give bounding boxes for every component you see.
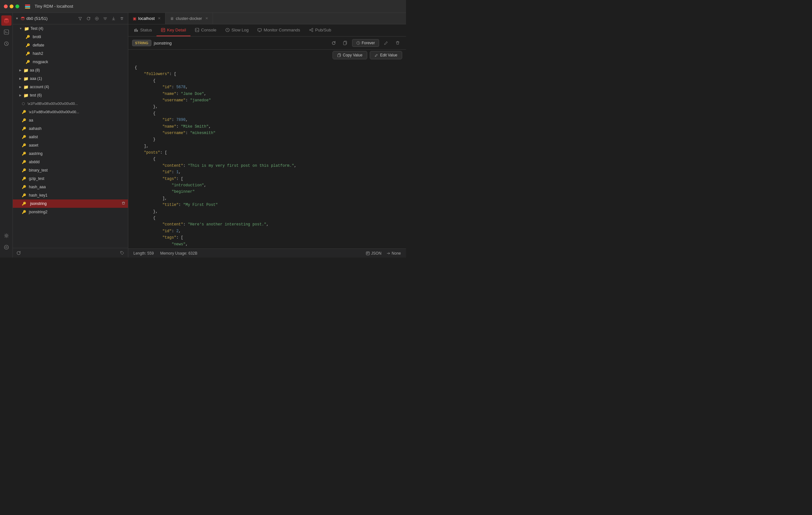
tree-item[interactable]: ▶ 📁 account (4) [13, 83, 128, 91]
sort-btn[interactable] [102, 15, 109, 22]
decode-btn[interactable]: None [386, 251, 401, 256]
sidebar-terminal-btn[interactable] [1, 27, 11, 37]
key-name-display: jsonstring [154, 41, 326, 46]
tree-item[interactable]: 🔑 hash2 [13, 49, 128, 58]
svg-rect-26 [338, 54, 340, 57]
trash-small-icon [121, 201, 125, 205]
tree-item-label: abddd [29, 160, 39, 164]
subtab-pub-sub[interactable]: Pub/Sub [304, 24, 336, 36]
tree-item[interactable]: 🔑 binary_test [13, 166, 128, 174]
sidebar-database-btn[interactable] [1, 16, 11, 26]
edit-value-btn[interactable]: Edit Value [370, 51, 402, 59]
svg-point-7 [4, 245, 8, 250]
refresh-btn[interactable] [85, 15, 92, 22]
reload-tree-btn[interactable] [16, 250, 22, 256]
tree-item[interactable]: 🔑 aahash [13, 124, 128, 133]
tree-item[interactable]: 🔑 deflate [13, 41, 128, 49]
tree-item-selected[interactable]: 🔑 jsonstring [13, 199, 128, 208]
filter-btn[interactable] [77, 15, 84, 22]
subtab-label: Status [140, 28, 152, 32]
console-icon [195, 28, 199, 32]
type-badge: STRING [132, 40, 151, 46]
svg-rect-13 [136, 29, 137, 32]
json-viewer[interactable]: { "followers": [ { "id": 5678, "name": "… [128, 61, 406, 249]
refresh-key-btn[interactable] [329, 38, 338, 48]
subtab-console[interactable]: Console [191, 24, 221, 36]
edit-key-btn[interactable] [382, 38, 390, 48]
sidebar-settings-btn[interactable] [1, 231, 11, 241]
tree-item[interactable]: ▶ 📁 aa (8) [13, 66, 128, 75]
database-icon [3, 18, 9, 23]
decode-label: None [392, 251, 401, 256]
sidebar-history-btn[interactable] [1, 38, 11, 49]
tab-cluster-docker[interactable]: 🖥 cluster-docker ✕ [166, 13, 213, 24]
tab-localhost[interactable]: ▣ localhost ✕ [128, 13, 166, 24]
json-line: "id": 5678, [135, 84, 400, 90]
minimize-button[interactable] [10, 4, 13, 8]
json-line: { [135, 78, 400, 84]
tree-item[interactable]: 🔑 abddd [13, 158, 128, 166]
tab-close-btn[interactable]: ✕ [205, 16, 208, 21]
subtab-slow-log[interactable]: Slow Log [221, 24, 253, 36]
delete-key-btn[interactable] [121, 201, 125, 206]
sidebar-github-btn[interactable] [1, 242, 11, 252]
tree-item[interactable]: 🔑 aaset [13, 141, 128, 149]
localhost-tab-icon: ▣ [133, 16, 136, 21]
tree-item-label: Test (4) [30, 26, 43, 31]
filter-icon [78, 17, 82, 21]
tree-item-label: hash_aaa [29, 185, 46, 189]
tree-scroll[interactable]: ▼ 📁 Test (4) 🔑 brotli 🔑 deflate 🔑 hash2 [13, 24, 128, 248]
trash-icon [120, 17, 124, 21]
format-btn[interactable]: JSON [366, 251, 381, 256]
add-key-btn[interactable] [93, 15, 100, 22]
tree-item-label: gzip_test [29, 176, 44, 181]
tree-item[interactable]: 🔑 \x1F\x8B\x08\x00\x00\x00\x00... [13, 108, 128, 116]
tree-item-label: deflate [33, 43, 44, 48]
tree-item[interactable]: ▼ 📁 Test (4) [13, 24, 128, 33]
close-button[interactable] [4, 4, 8, 8]
tab-close-btn[interactable]: ✕ [158, 16, 161, 21]
tag-btn[interactable] [119, 250, 125, 256]
folder-icon: 📁 [24, 26, 29, 31]
tree-item[interactable]: 🔑 msgpack [13, 58, 128, 66]
svg-rect-18 [258, 29, 261, 31]
tree-item-label: aalist [29, 135, 38, 139]
json-line: "title": "My First Post" [135, 202, 400, 208]
subtab-status[interactable]: Status [129, 24, 156, 36]
decode-icon [386, 251, 390, 255]
tree-item[interactable]: 🔑 hash_key1 [13, 191, 128, 199]
tree-item[interactable]: 🔑 aa [13, 116, 128, 124]
tree-item[interactable]: 🔑 hash_aaa [13, 183, 128, 191]
db-icon [21, 16, 25, 21]
subtab-monitor-commands[interactable]: Monitor Commands [253, 24, 304, 36]
format-label: JSON [371, 251, 381, 256]
tree-item[interactable]: ⬡ \x1F\x8B\x08\x00\x00\x00\x00... [13, 99, 128, 108]
tree-item[interactable]: ▶ 📁 test (6) [13, 91, 128, 99]
titlebar: Tiny RDM - localhost [0, 0, 406, 13]
import-btn[interactable] [110, 15, 117, 22]
tree-item[interactable]: 🔑 aalist [13, 133, 128, 141]
reload-icon [17, 251, 21, 255]
tree-item[interactable]: 🔑 brotli [13, 33, 128, 41]
delete-db-btn[interactable] [118, 15, 125, 22]
db-expand-icon[interactable]: ▼ [16, 17, 19, 20]
subtab-key-detail[interactable]: Key Detail [156, 24, 191, 36]
maximize-button[interactable] [16, 4, 19, 8]
copy-value-label: Copy Value [343, 53, 362, 57]
tree-item[interactable]: ▶ 📁 aaa (1) [13, 75, 128, 83]
terminal-icon [4, 29, 9, 35]
app-title: Tiny RDM - localhost [35, 4, 73, 9]
ttl-btn[interactable]: Forever [352, 39, 379, 47]
length-label: Length: 559 [134, 251, 154, 256]
delete-key-toolbar-btn[interactable] [393, 38, 402, 48]
tree-item[interactable]: 🔑 jsonstring2 [13, 208, 128, 216]
copy-key-btn[interactable] [341, 38, 350, 48]
svg-point-11 [121, 252, 122, 252]
svg-point-9 [21, 17, 24, 18]
clock-icon [356, 41, 360, 45]
copy-value-btn[interactable]: Copy Value [332, 51, 367, 59]
svg-point-21 [312, 30, 313, 32]
tree-item[interactable]: 🔑 gzip_test [13, 174, 128, 183]
key-icon: 🔑 [22, 127, 26, 131]
tree-item[interactable]: 🔑 aastring [13, 149, 128, 158]
